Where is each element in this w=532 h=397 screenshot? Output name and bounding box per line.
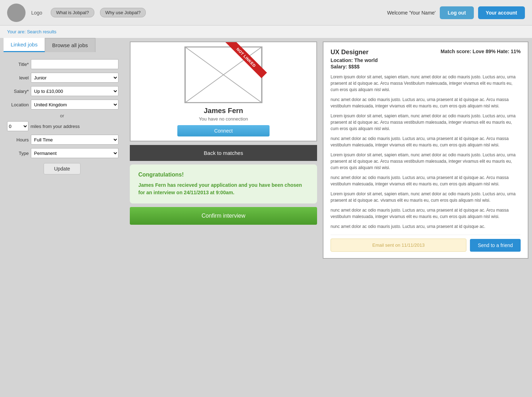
title-label: Title* xyxy=(6,62,29,67)
tab-linked-jobs[interactable]: Linked jobs xyxy=(4,38,45,52)
match-score: Match score: Love 89% Hate: 11% xyxy=(440,49,521,54)
salary-row: Salary* Up to £10,000 Up to £20,000 Up t… xyxy=(6,86,118,96)
logo-icon xyxy=(7,4,26,22)
job-desc-paragraph: nunc amet dolor ac odio mauris justo. Lu… xyxy=(331,174,521,187)
hours-row: Hours Full Time Part Time Any xyxy=(6,135,118,145)
job-title: UX Designer xyxy=(331,49,368,56)
job-description: Lorem ipsum dolor sit amet, sapien etiam… xyxy=(331,74,521,230)
title-row: Title* xyxy=(6,59,118,69)
filter-form: Title* level Junior Mid Senior Any Salar… xyxy=(4,58,121,176)
level-select[interactable]: Junior Mid Senior Any xyxy=(31,73,118,83)
job-desc-paragraph: Lorem ipsum dolor sit amet, sapien etiam… xyxy=(331,152,521,171)
miles-label: miles from your address xyxy=(31,124,80,129)
miles-row: 0 5 10 20 50 miles from your address xyxy=(6,121,118,131)
job-bottom-row: Email sent on 11/11/2013 Send to a frien… xyxy=(331,235,521,252)
type-row: Type Permanent Contract Any xyxy=(6,148,118,158)
main-layout: Linked jobs Browse all jobs Title* level… xyxy=(0,38,532,262)
salary-select[interactable]: Up to £10,000 Up to £20,000 Up to £30,00… xyxy=(31,86,118,96)
hours-label: Hours xyxy=(6,137,29,142)
congrats-message: James Fern has recieved your application… xyxy=(138,181,309,196)
tab-browse-all-jobs[interactable]: Browse all jobs xyxy=(45,38,95,52)
hours-select[interactable]: Full Time Part Time Any xyxy=(31,135,118,145)
profile-connection: You have no connection xyxy=(199,116,248,122)
breadcrumb-current[interactable]: Search results xyxy=(27,29,56,34)
salary-label: Salary* xyxy=(6,89,29,94)
congrats-box: Congratulations! James Fern has recieved… xyxy=(130,164,317,203)
sidebar: Linked jobs Browse all jobs Title* level… xyxy=(0,38,124,262)
email-sent-box: Email sent on 11/11/2013 xyxy=(331,239,466,252)
logo-text: Logo xyxy=(31,10,42,16)
tabs-row: Linked jobs Browse all jobs xyxy=(4,38,121,52)
job-desc-paragraph: nunc amet dolor ac odio mauris justo. Lu… xyxy=(331,223,521,230)
connect-button[interactable]: Connect xyxy=(177,125,270,136)
what-is-jobpal-button[interactable]: What is Jobpal? xyxy=(51,8,94,17)
job-desc-paragraph: Lorem ipsum dolor sit amet, sapien etiam… xyxy=(331,191,521,203)
why-use-jobpal-button[interactable]: Why use Jobpal? xyxy=(100,8,146,17)
job-desc-paragraph: Lorem ipsum dolor sit amet, sapien etiam… xyxy=(331,113,521,132)
send-to-friend-button[interactable]: Send to a friend xyxy=(470,239,521,252)
profile-card: NOT LINKED James Fern You have no connec… xyxy=(130,41,317,141)
job-location: Location: The world xyxy=(331,57,521,63)
welcome-text: Welcome 'Your Name' xyxy=(387,10,436,16)
account-button[interactable]: Your account xyxy=(478,6,525,19)
miles-select[interactable]: 0 5 10 20 50 xyxy=(7,121,28,131)
type-select[interactable]: Permanent Contract Any xyxy=(31,148,118,158)
congrats-title: Congratulations! xyxy=(138,172,309,178)
logout-button[interactable]: Log out xyxy=(440,6,473,19)
location-row: Location United Kingdom England Scotland… xyxy=(6,100,118,110)
header-right: Welcome 'Your Name' Log out Your account xyxy=(387,6,525,19)
job-detail-panel: UX Designer Match score: Love 89% Hate: … xyxy=(323,41,528,259)
breadcrumb-prefix: Your are: xyxy=(7,29,26,34)
job-desc-paragraph: Lorem ipsum dolor sit amet, sapien etiam… xyxy=(331,74,521,93)
header: Logo What is Jobpal? Why use Jobpal? Wel… xyxy=(0,0,532,26)
profile-name: James Fern xyxy=(204,107,243,115)
level-label: level xyxy=(6,75,29,80)
job-salary: Salary: $$$$ xyxy=(331,64,521,69)
job-title-row: UX Designer Match score: Love 89% Hate: … xyxy=(331,49,521,56)
profile-image: NOT LINKED xyxy=(184,46,262,103)
title-input[interactable] xyxy=(31,59,118,69)
level-row: level Junior Mid Senior Any xyxy=(6,73,118,83)
breadcrumb: Your are: Search results xyxy=(0,26,532,38)
update-button[interactable]: Update xyxy=(44,163,80,174)
job-desc-paragraph: nunc amet dolor ac odio mauris justo. Lu… xyxy=(331,207,521,220)
location-select[interactable]: United Kingdom England Scotland Wales xyxy=(31,100,118,110)
center-panel: NOT LINKED James Fern You have no connec… xyxy=(124,38,323,262)
confirm-interview-button[interactable]: Confirm interview xyxy=(130,207,317,225)
back-to-matches-button[interactable]: Back to matches xyxy=(130,145,317,161)
type-label: Type xyxy=(6,151,29,156)
location-label: Location xyxy=(6,102,29,107)
job-desc-paragraph: nunc amet dolor ac odio mauris justo. Lu… xyxy=(331,96,521,109)
job-desc-paragraph: nunc amet dolor ac odio mauris justo. Lu… xyxy=(331,135,521,148)
or-divider: or xyxy=(6,113,118,118)
